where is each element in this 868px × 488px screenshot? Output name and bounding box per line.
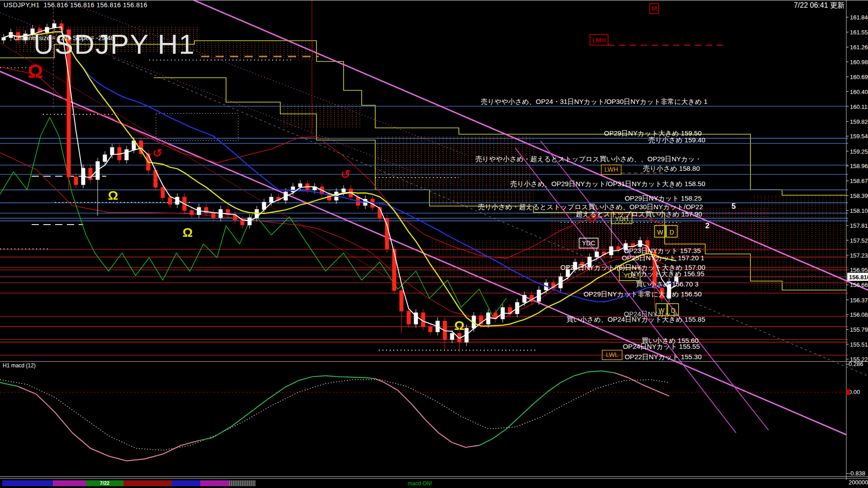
op-annotation: 買い小さめ、OP24日NYカット大きめ 155.85 bbox=[566, 315, 705, 323]
level-label-text: LMH bbox=[592, 37, 606, 44]
count-number-label: 5 bbox=[731, 202, 736, 211]
candlestick bbox=[241, 220, 244, 225]
macd-main-line bbox=[127, 459, 145, 461]
price-axis-tick: 159.250 bbox=[850, 148, 868, 155]
macd-main-line bbox=[72, 433, 90, 448]
macd-main-line bbox=[656, 390, 669, 396]
count-number-label: 2 bbox=[705, 221, 709, 230]
price-axis-tick: 161.555 bbox=[850, 29, 868, 36]
macd-main-line bbox=[547, 383, 561, 392]
macd-main-line bbox=[479, 439, 493, 446]
op-annotation: 売りやや小さめ、OP24・31日NYカット/OP30日NYカット非常に大きめ 1 bbox=[481, 98, 708, 105]
price-axis-tick: 160.980 bbox=[850, 59, 868, 66]
macd-main-line bbox=[642, 385, 656, 390]
candlestick bbox=[2, 38, 5, 40]
omega-marker-icon: Ω bbox=[108, 188, 118, 202]
fractal-band bbox=[0, 117, 253, 280]
macd-main-line bbox=[588, 371, 601, 372]
aux-line bbox=[0, 43, 407, 289]
macd-zero-axis-marker bbox=[846, 389, 850, 395]
macd-scale-label: 0.00 bbox=[849, 389, 860, 395]
macd-main-line bbox=[199, 438, 212, 441]
session-date-label: 7/22 bbox=[100, 480, 109, 486]
macd-main-line bbox=[561, 376, 574, 383]
op-annotation: OP24日NYカット 155.55 bbox=[623, 343, 700, 350]
level-label-text: W bbox=[657, 229, 663, 236]
op-annotation: OP29日NYカット非常に大きめ 156.50 bbox=[584, 290, 702, 298]
macd-main-line bbox=[353, 377, 366, 378]
macd-main-line bbox=[439, 433, 452, 442]
macd-main-line bbox=[601, 371, 615, 373]
candlestick bbox=[161, 187, 165, 197]
op-annotation: 売りやや小さめ・超えるとストップロス買い小さめ、、OP29日NYカッ・ bbox=[475, 155, 702, 163]
price-axis-tick: 157.525 bbox=[850, 237, 868, 244]
session-segment bbox=[2, 480, 53, 486]
macd-main-line bbox=[339, 377, 353, 377]
macd-main-line bbox=[285, 380, 298, 387]
op-annotation: 売り小さめ 159.40 bbox=[648, 136, 705, 144]
channel-info-label: Channel size = 1211 Slope = -29.48 bbox=[14, 34, 114, 42]
candlestick bbox=[269, 197, 273, 202]
macd-main-line bbox=[366, 378, 375, 379]
reversal-arrow-icon: ↺ bbox=[340, 168, 350, 181]
op-annotation: 超えるとストップロス買い小さめ 157.90 bbox=[576, 210, 702, 218]
candlestick bbox=[392, 249, 396, 291]
price-axis-tick: 161.845 bbox=[850, 14, 868, 21]
session-segment bbox=[53, 480, 86, 486]
macd-main-line bbox=[493, 429, 506, 438]
candlestick bbox=[400, 291, 403, 311]
candlestick bbox=[110, 148, 114, 155]
macd-main-line bbox=[212, 427, 231, 438]
candlestick bbox=[52, 23, 56, 27]
session-segment: 7/22 bbox=[86, 480, 123, 486]
op-annotation: OP22日NYカット 155.30 bbox=[625, 353, 702, 361]
price-axis-tick: 157.810 bbox=[850, 222, 868, 229]
op-annotation: 売り小さめ 158.80 bbox=[643, 164, 700, 172]
level-label-text: LWL bbox=[606, 351, 618, 358]
kumo-hatch-region bbox=[199, 42, 316, 61]
level-label-text: YDC bbox=[582, 239, 595, 247]
current-price-value: 156.816 bbox=[849, 274, 868, 281]
candlestick bbox=[429, 327, 432, 332]
session-segment bbox=[123, 480, 172, 486]
reversal-arrow-icon: ↺ bbox=[152, 146, 162, 160]
candlestick bbox=[523, 295, 526, 302]
dotted-zone-rect bbox=[156, 113, 238, 141]
price-axis-tick: 156.660 bbox=[850, 282, 868, 288]
candlestick bbox=[168, 197, 172, 204]
candlestick bbox=[74, 177, 78, 185]
price-axis-tick: 155.795 bbox=[850, 326, 868, 333]
price-axis-tick: 155.510 bbox=[850, 341, 868, 348]
candlestick bbox=[421, 313, 425, 327]
macd-main-line bbox=[425, 419, 439, 433]
macd-signal-line bbox=[0, 380, 669, 450]
candlestick bbox=[248, 218, 251, 225]
macd-main-line bbox=[411, 404, 425, 419]
op-annotation: OP29日NYカット 158.25 bbox=[625, 194, 702, 202]
price-axis-tick: 156.370 bbox=[850, 297, 868, 304]
level-label-text: M bbox=[651, 5, 657, 12]
omega-marker-icon: Ω bbox=[28, 61, 43, 82]
macd-main-line bbox=[326, 376, 339, 377]
price-chart-canvas[interactable]: ΩΩΩΩ↺↺↺MLMHLWHYDHYDCYDLWDWDLWL売りやや小さめ、OP… bbox=[0, 0, 868, 488]
price-axis-tick: 158.675 bbox=[850, 178, 868, 184]
macd-main-line bbox=[54, 412, 72, 433]
aux-line bbox=[63, 0, 466, 155]
macd-main-line bbox=[36, 394, 54, 412]
macd-main-line bbox=[574, 372, 588, 376]
macd-main-line bbox=[90, 448, 108, 456]
op-annotation: NYカット大きめ 156.95 bbox=[631, 270, 704, 277]
trading-chart-window: ΩΩΩΩ↺↺↺MLMHLWHYDHYDCYDLWDWDLWL売りやや小さめ、OP… bbox=[0, 0, 868, 488]
price-axis-tick: 161.265 bbox=[850, 44, 868, 51]
session-segment bbox=[172, 480, 200, 486]
pane-separator-line bbox=[0, 478, 868, 479]
kumo-hatch-region bbox=[375, 136, 533, 206]
macd-main-line bbox=[163, 446, 181, 454]
candlestick bbox=[450, 333, 454, 340]
macd-main-line bbox=[466, 446, 479, 447]
moving-average-mid bbox=[4, 32, 676, 326]
price-axis-tick: 159.825 bbox=[850, 118, 868, 125]
macd-scale-label: 0.286 bbox=[849, 361, 863, 367]
candlestick bbox=[125, 150, 128, 160]
macd-main-line bbox=[452, 442, 466, 447]
